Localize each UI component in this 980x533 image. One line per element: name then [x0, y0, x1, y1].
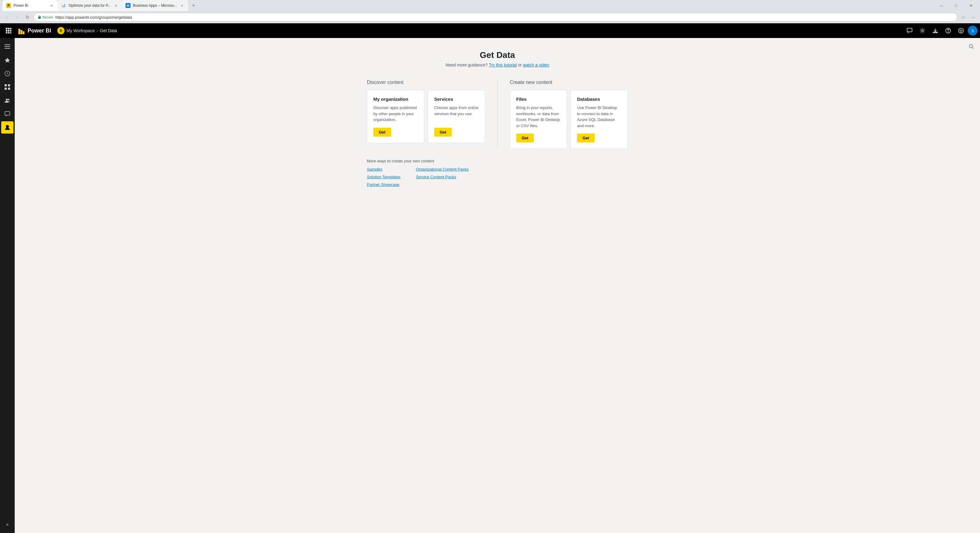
refresh-button[interactable]: ↻	[23, 13, 32, 21]
create-section: Create new content Files Bring in your r…	[510, 80, 628, 149]
tab-powerbi[interactable]: P Power BI ✕	[2, 0, 57, 11]
card-files-desc: Bring in your reports, workbooks, or dat…	[516, 105, 561, 129]
svg-rect-27	[5, 48, 10, 49]
back-button[interactable]: ‹	[2, 13, 11, 21]
app-container: Power BI S My Workspace › Get Data	[0, 23, 980, 533]
breadcrumb-separator: ›	[97, 28, 98, 33]
tab-bar: P Power BI ✕ 📊 Optimize your data for P.…	[0, 0, 980, 11]
tab-close-business[interactable]: ✕	[180, 3, 185, 8]
get-services-button[interactable]: Get	[434, 128, 452, 137]
section-divider	[497, 80, 498, 149]
svg-rect-5	[39, 16, 40, 18]
tab-title-powerbi: Power BI	[13, 3, 46, 8]
bookmark-icon[interactable]: ☆	[959, 13, 968, 21]
sidebar-item-recent[interactable]	[1, 67, 13, 80]
new-tab-button[interactable]: +	[189, 1, 198, 10]
links-column-1: Samples Solution Templates Partner Showc…	[367, 167, 416, 187]
tab-close-powerbi[interactable]: ✕	[49, 3, 54, 8]
svg-rect-9	[6, 30, 7, 32]
sidebar-item-getdata[interactable]	[1, 121, 13, 134]
svg-point-22	[959, 28, 964, 33]
secure-indicator: Secure	[38, 15, 53, 19]
app-logo[interactable]: Power BI	[15, 27, 55, 34]
close-button[interactable]: ✕	[964, 1, 978, 10]
get-files-button[interactable]: Get	[516, 134, 534, 142]
tutorial-link[interactable]: Try this tutorial	[489, 62, 517, 67]
svg-text:P: P	[8, 4, 10, 7]
sidebar-item-hamburger[interactable]	[1, 40, 13, 53]
card-my-organization: My organization Discover apps published …	[367, 90, 424, 143]
card-databases-title: Databases	[577, 97, 621, 102]
forward-button[interactable]: ›	[13, 13, 21, 21]
links-column-2: Organizational Content Packs Service Con…	[416, 167, 469, 187]
link-org-content-packs[interactable]: Organizational Content Packs	[416, 167, 469, 172]
maximize-button[interactable]: □	[950, 1, 963, 10]
settings-icon[interactable]	[916, 24, 929, 37]
video-link[interactable]: watch a video	[523, 62, 549, 67]
download-icon[interactable]	[929, 24, 942, 37]
breadcrumb-workspace[interactable]: S My Workspace	[57, 27, 95, 34]
face-icon[interactable]	[955, 24, 967, 37]
comment-icon[interactable]	[904, 24, 916, 37]
card-databases-desc: Use Power BI Desktop to connect to data …	[577, 105, 621, 129]
tab-title-optimize: Optimize your data for P...	[68, 3, 111, 8]
tab-title-business: Business Apps – Microso...	[133, 3, 177, 8]
tab-favicon-optimize: 📊	[61, 3, 66, 8]
address-icons: ☆ ⋯	[959, 13, 978, 21]
main-content: Get Data Need more guidance? Try this tu…	[15, 38, 980, 533]
create-cards: Files Bring in your reports, workbooks, …	[510, 90, 628, 149]
minimize-button[interactable]: —	[935, 1, 948, 10]
sidebar-item-shared[interactable]	[1, 94, 13, 107]
svg-rect-18	[907, 28, 912, 32]
sections-container: Discover content My organization Discove…	[367, 80, 628, 149]
more-ways-title: More ways to create your own content	[367, 159, 628, 163]
svg-rect-13	[8, 32, 10, 33]
svg-point-34	[6, 99, 8, 100]
help-icon[interactable]	[942, 24, 954, 37]
svg-rect-14	[10, 32, 11, 33]
more-icon[interactable]: ⋯	[969, 13, 978, 21]
svg-point-23	[960, 30, 961, 31]
get-databases-button[interactable]: Get	[577, 134, 595, 142]
svg-rect-7	[8, 28, 10, 29]
sidebar-item-favorites[interactable]	[1, 54, 13, 66]
link-samples[interactable]: Samples	[367, 167, 416, 172]
tab-optimize[interactable]: 📊 Optimize your data for P... ✕	[57, 0, 122, 11]
card-my-org-desc: Discover apps published by other people …	[373, 105, 418, 123]
tab-favicon-business: M	[126, 3, 130, 8]
waffle-icon[interactable]	[2, 24, 15, 37]
content-area: Get Data Need more guidance? Try this tu…	[15, 38, 980, 199]
url-text: https://app.powerbi.com/groups/me/getdat…	[56, 15, 953, 20]
tab-close-optimize[interactable]: ✕	[113, 3, 118, 8]
card-services: Services Choose apps from online service…	[428, 90, 485, 143]
page-content: Get Data Need more guidance? Try this tu…	[360, 38, 635, 199]
svg-rect-17	[23, 31, 24, 34]
link-partner-showcase[interactable]: Partner Showcase	[367, 182, 416, 187]
svg-point-19	[921, 30, 923, 32]
sidebar-item-collapse[interactable]: «	[1, 518, 13, 531]
sidebar: «	[0, 38, 15, 533]
breadcrumb: S My Workspace › Get Data	[55, 27, 119, 34]
card-files: Files Bring in your reports, workbooks, …	[510, 90, 567, 149]
link-solution-templates[interactable]: Solution Templates	[367, 175, 416, 179]
url-bar[interactable]: Secure https://app.powerbi.com/groups/me…	[34, 13, 957, 21]
get-my-org-button[interactable]: Get	[373, 128, 391, 137]
or-text: or	[518, 62, 523, 67]
search-icon[interactable]	[967, 42, 976, 51]
user-avatar-header[interactable]: S	[968, 26, 978, 35]
tab-business[interactable]: M Business Apps – Microso... ✕	[122, 0, 188, 11]
card-services-desc: Choose apps from online services that yo…	[434, 105, 479, 123]
breadcrumb-workspace-label: My Workspace	[67, 28, 95, 33]
create-section-title: Create new content	[510, 80, 628, 85]
page-title: Get Data	[367, 50, 628, 60]
address-bar: ‹ › ↻ Secure https://app.powerbi.com/gro…	[0, 11, 980, 23]
svg-rect-31	[8, 84, 10, 86]
app-header: Power BI S My Workspace › Get Data	[0, 23, 980, 38]
discover-section-title: Discover content	[367, 80, 485, 85]
link-service-content-packs[interactable]: Service Content Packs	[416, 175, 469, 179]
sidebar-item-workspaces[interactable]	[1, 108, 13, 120]
user-initials: S	[60, 29, 62, 32]
card-databases: Databases Use Power BI Desktop to connec…	[571, 90, 628, 149]
sidebar-item-apps[interactable]	[1, 81, 13, 93]
app-name: Power BI	[27, 27, 51, 34]
